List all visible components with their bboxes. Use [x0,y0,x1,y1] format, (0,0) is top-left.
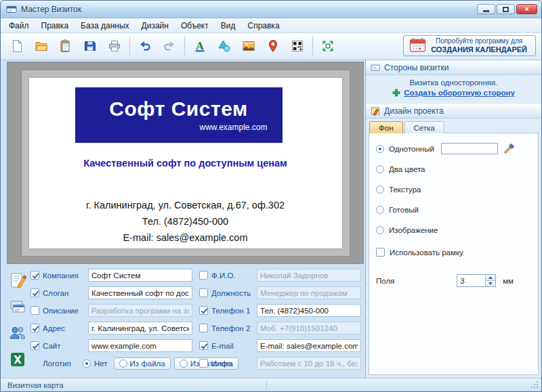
phone1-input[interactable] [257,304,361,317]
paste-button[interactable] [54,35,78,57]
menu-file[interactable]: Файл [3,20,35,32]
fullname-input[interactable] [257,269,361,282]
position-input[interactable] [257,286,361,299]
menu-help[interactable]: Справка [242,20,285,32]
menu-database[interactable]: База данных [75,20,134,32]
status-text: Визитная карта [7,381,64,389]
save-button[interactable] [78,35,102,57]
toolbar: A Попробуйте программу для СОЗДАНИЯ КАЛЕ… [1,33,541,60]
calendar-icon [409,37,426,55]
create-back-side-label[interactable]: Создать оборотную сторону [404,89,515,97]
menu-edit[interactable]: Правка [36,20,75,32]
card-company-text[interactable]: Софт Систем [109,97,247,121]
logo-none-radio[interactable] [83,360,91,368]
edit-data-button[interactable] [7,270,28,290]
info-checkbox[interactable] [199,359,208,368]
use-frame-checkbox[interactable] [376,248,385,257]
add-image-button[interactable] [236,35,261,57]
open-button[interactable] [29,35,54,57]
open-folder-icon [35,39,48,53]
print-button[interactable] [102,35,127,57]
bg-image-label: Изображение [389,226,438,234]
cards-catalog-button[interactable] [7,297,28,317]
info-input[interactable] [257,357,361,370]
menu-design[interactable]: Дизайн [136,20,174,32]
margins-input[interactable] [457,275,485,286]
export-excel-button[interactable]: X [7,349,28,370]
contacts-button[interactable] [7,323,28,343]
bg-image-radio[interactable] [376,226,384,234]
business-card[interactable]: Софт Систем www.example.com Качественный… [29,78,342,248]
phone2-checkbox[interactable] [199,324,208,332]
margins-increment-button[interactable] [486,275,495,280]
company-input[interactable] [88,269,192,282]
add-map-button[interactable] [261,35,285,57]
company-row: Компания [30,269,192,282]
add-shape-button[interactable] [212,35,236,57]
logo-from-file-radio[interactable] [119,360,127,368]
phone1-label: Телефон 1 [211,307,253,315]
card-sides-header: Стороны визитки [366,60,541,75]
menu-view[interactable]: Вид [215,20,241,32]
menu-object[interactable]: Объект [175,20,214,32]
redo-button[interactable] [157,35,182,57]
use-frame-label: Использовать рамку [390,248,463,257]
card-address-text[interactable]: г. Калининград, ул. Советская, д.67, оф.… [29,197,342,213]
fullname-checkbox[interactable] [199,271,208,280]
email-checkbox[interactable] [199,341,208,350]
card-website-text[interactable]: www.example.com [199,123,267,132]
bg-twocolor-radio[interactable] [376,165,384,173]
new-document-button[interactable] [5,35,29,57]
redo-icon [163,39,176,53]
bg-twocolor-label: Два цвета [389,165,425,173]
logo-none-label[interactable]: Нет [94,360,108,368]
address-checkbox[interactable] [30,324,39,332]
logo-from-catalog-radio[interactable] [180,360,188,368]
description-checkbox[interactable] [30,306,39,315]
card-banner[interactable]: Софт Систем www.example.com [75,87,283,143]
company-checkbox[interactable] [30,271,39,280]
add-text-button[interactable]: A [188,35,212,57]
phone2-input[interactable] [257,322,361,334]
logo-from-file-button[interactable]: Из файла [114,357,171,370]
phone1-checkbox[interactable] [199,306,208,315]
email-row: E-mail [199,339,361,352]
bg-twocolor-row: Два цвета [376,163,531,175]
margins-row: Поля мм [376,274,531,287]
card-slogan-text[interactable]: Качественный софт по доступным ценам [29,158,342,169]
undo-button[interactable] [133,35,157,57]
add-qrcode-button[interactable] [285,35,310,57]
solid-color-swatch[interactable] [441,143,498,154]
margins-decrement-button[interactable] [486,280,495,286]
website-checkbox[interactable] [30,341,39,350]
bg-texture-radio[interactable] [376,186,384,194]
project-design-header-text: Дизайн проекта [384,106,444,116]
fit-size-button[interactable] [316,35,340,57]
slogan-input[interactable] [88,286,192,299]
bg-solid-radio[interactable] [376,145,384,153]
tab-grid[interactable]: Сетка [404,121,444,133]
eyedropper-button[interactable] [503,143,515,155]
logo-label: Логотип [43,360,79,368]
description-input[interactable] [88,304,192,317]
create-back-side-link[interactable]: Создать оборотную сторону [366,89,541,97]
design-canvas[interactable]: Софт Систем www.example.com Качественный… [7,62,364,264]
close-button[interactable]: × [516,4,537,14]
email-input[interactable] [257,339,361,352]
calendar-promo-button[interactable]: Попробуйте программу для СОЗДАНИЯ КАЛЕНД… [403,35,536,56]
eyedropper-icon [503,144,514,154]
tab-background[interactable]: Фон [369,121,403,133]
address-input[interactable] [88,322,192,334]
minimize-button[interactable] [477,4,495,14]
design-tabs: Фон Сетка [366,118,541,133]
slogan-checkbox[interactable] [30,288,39,297]
resize-grip[interactable] [530,380,539,390]
window-titlebar[interactable]: Мастер Визиток × [1,1,541,18]
form-left-column: Компания Слоган Описание [30,269,192,376]
bg-preset-radio[interactable] [376,206,384,214]
card-email-text[interactable]: E-mail: sales@example.com [29,230,342,246]
website-input[interactable] [88,339,192,352]
card-phone-text[interactable]: Тел. (4872)450-000 [29,213,342,230]
maximize-button[interactable] [497,4,515,14]
position-checkbox[interactable] [199,288,208,297]
